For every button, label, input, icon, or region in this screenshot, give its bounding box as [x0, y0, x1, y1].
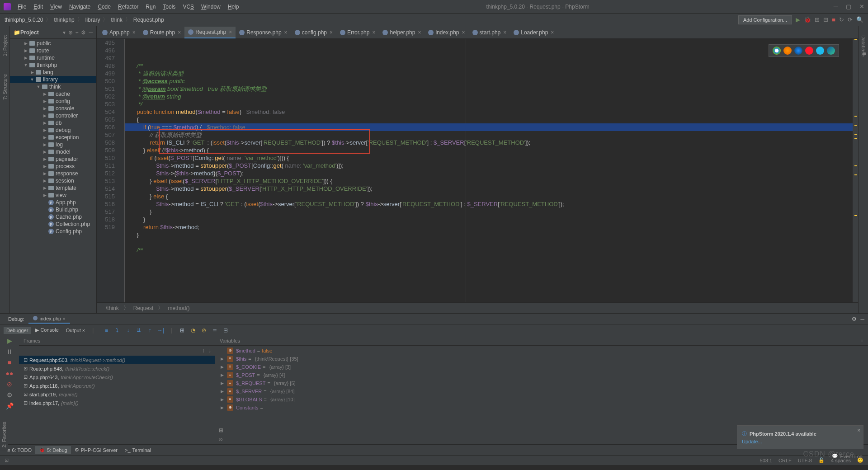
frame-item[interactable]: ⊡ App.php:116, think\App::run()	[19, 381, 215, 390]
opera-icon[interactable]	[805, 47, 813, 55]
editor-tab[interactable]: start.php×	[469, 27, 510, 38]
frame-down-icon[interactable]: ↓	[208, 348, 211, 354]
sidetab-structure[interactable]: 7: Structure	[2, 74, 8, 100]
editor-tab[interactable]: Error.php×	[336, 27, 379, 38]
editor-tab[interactable]: Request.php×	[184, 27, 236, 38]
tree-item[interactable]: ▶exception	[10, 134, 96, 141]
variable-item[interactable]: ▶≡$this = {think\Request} [35]	[219, 355, 864, 363]
crumb-method[interactable]: method()	[168, 305, 189, 311]
show-exec-point-icon[interactable]: ≡	[103, 327, 110, 334]
event-log-button[interactable]: 💬 Event Log	[832, 453, 863, 459]
tab-debugger[interactable]: Debugger	[4, 327, 31, 334]
tool-tab[interactable]: ≡6: TODO	[4, 446, 35, 454]
variable-item[interactable]: ▶≡$_REQUEST = {array} [5]	[219, 379, 864, 387]
caret-position[interactable]: 503:1	[760, 458, 773, 463]
sidetab-favorites[interactable]: 2: Favorites	[0, 419, 8, 450]
editor-menu-icon[interactable]: ≡	[863, 50, 866, 57]
step-into-icon[interactable]: ↓	[124, 327, 132, 334]
crumb-ns[interactable]: \think	[106, 305, 119, 311]
resume-icon[interactable]: ▶	[7, 337, 12, 344]
coverage-icon[interactable]: ⊞	[815, 16, 820, 23]
editor-tab[interactable]: Route.php×	[139, 27, 184, 38]
watch-toggle-icon[interactable]: ⊘	[200, 327, 208, 334]
close-icon[interactable]: ✕	[859, 3, 864, 10]
firefox-icon[interactable]	[783, 47, 792, 55]
tree-item[interactable]: ▶paginator	[10, 155, 96, 163]
fold-gutter[interactable]	[119, 39, 125, 302]
edge-icon[interactable]	[827, 47, 835, 55]
tree-item[interactable]: ▼think	[10, 83, 96, 90]
tree-item[interactable]: ▼thinkphp	[10, 61, 96, 69]
step-over-icon[interactable]: ⤵	[113, 327, 121, 334]
debug-icon[interactable]: 🐞	[804, 16, 811, 23]
tree-item[interactable]: ▶public	[10, 40, 96, 47]
tree-item[interactable]: ▶debug	[10, 127, 96, 134]
tool-tab[interactable]: 🐞5: Debug	[35, 446, 71, 454]
search-icon[interactable]: 🔍	[856, 16, 863, 23]
maximize-icon[interactable]: ▢	[846, 3, 851, 10]
project-tree[interactable]: ▶public▶route▶runtime▼thinkphp▶lang▼libr…	[10, 39, 96, 313]
tree-item[interactable]: ▶db	[10, 119, 96, 127]
encoding[interactable]: UTF-8	[798, 458, 812, 463]
editor-tab[interactable]: Loader.php×	[510, 27, 557, 38]
tree-item[interactable]: ▶runtime	[10, 54, 96, 61]
tree-item[interactable]: pCollection.php	[10, 221, 96, 228]
dropdown-icon[interactable]: ▾	[63, 29, 66, 36]
gear-icon[interactable]: ⚙	[81, 29, 86, 36]
menu-navigate[interactable]: Navigate	[66, 2, 94, 12]
crumb-item[interactable]: Request.php	[133, 17, 164, 23]
crumb-class[interactable]: Request	[133, 305, 154, 311]
menu-window[interactable]: Window	[198, 2, 224, 12]
crumb-item[interactable]: thinkphp	[54, 17, 74, 23]
notif-close-icon[interactable]: ×	[858, 428, 860, 433]
layout-icon[interactable]: ≣	[211, 327, 218, 334]
safari-icon[interactable]	[794, 47, 802, 55]
tree-item[interactable]: ▶session	[10, 177, 96, 184]
add-watch-icon[interactable]: +	[861, 338, 863, 343]
tree-item[interactable]: ▶route	[10, 47, 96, 54]
tree-item[interactable]: ▶cache	[10, 90, 96, 98]
tree-item[interactable]: ▶process	[10, 163, 96, 170]
tree-item[interactable]: pBuild.php	[10, 206, 96, 213]
tree-item[interactable]: ▶response	[10, 170, 96, 177]
variable-item[interactable]: ▶≡$_SERVER = {array} [84]	[219, 387, 864, 395]
evaluate-icon[interactable]: ⊞	[179, 327, 186, 334]
menu-tools[interactable]: Tools	[160, 2, 179, 12]
run-to-cursor-icon[interactable]: →|	[157, 327, 164, 334]
sidetab-project[interactable]: 1: Project	[2, 35, 8, 56]
settings-icon[interactable]: ⊟	[222, 327, 229, 334]
tree-item[interactable]: ▶console	[10, 105, 96, 112]
line-sep[interactable]: CRLF	[778, 458, 792, 463]
variable-item[interactable]: ⊙$method = false	[219, 347, 864, 355]
editor-tab[interactable]: App.php×	[99, 27, 139, 38]
crumb-item[interactable]: library	[85, 17, 100, 23]
menu-refactor[interactable]: Refactor	[115, 2, 142, 12]
profile-icon[interactable]: ⊟	[823, 16, 828, 23]
tab-console[interactable]: ▶ Console	[33, 326, 61, 334]
stop-icon[interactable]: ■	[832, 16, 835, 23]
tree-item[interactable]: ▶config	[10, 98, 96, 105]
tab-output[interactable]: Output ×	[63, 327, 88, 334]
editor-tab[interactable]: config.php×	[291, 27, 336, 38]
tree-item[interactable]: ▶view	[10, 192, 96, 199]
frame-item[interactable]: ⊡ App.php:643, think\App::routeCheck()	[19, 373, 215, 381]
tree-item[interactable]: ▶log	[10, 141, 96, 148]
code-editor[interactable]: 4954964974984995005015025035045055065075…	[97, 39, 858, 302]
editor-tab[interactable]: helper.php×	[379, 27, 425, 38]
stop-icon[interactable]: ■	[8, 359, 11, 366]
menu-edit[interactable]: Edit	[30, 2, 46, 12]
tree-item[interactable]: ▶controller	[10, 112, 96, 119]
sync-icon[interactable]: ⟳	[848, 16, 853, 23]
tool-tab[interactable]: >_Terminal	[121, 446, 155, 454]
variable-item[interactable]: ▶⊕Constants =	[219, 404, 864, 412]
tree-item[interactable]: pApp.php	[10, 199, 96, 206]
menu-vcs[interactable]: VCS	[179, 2, 197, 12]
tree-item[interactable]: pConfig.php	[10, 228, 96, 235]
code-content[interactable]: /** * 当前的请求类型 * @access public * @param …	[125, 39, 853, 302]
add-configuration-button[interactable]: Add Configuration...	[738, 15, 792, 24]
frame-item[interactable]: ⊡ Request.php:503, think\Request->method…	[19, 356, 215, 364]
editor-tab[interactable]: index.php×	[425, 27, 468, 38]
debug-gear-icon[interactable]: ⚙	[852, 316, 857, 322]
tree-item[interactable]: pCache.php	[10, 213, 96, 221]
pin-icon[interactable]: 📌	[6, 402, 14, 409]
